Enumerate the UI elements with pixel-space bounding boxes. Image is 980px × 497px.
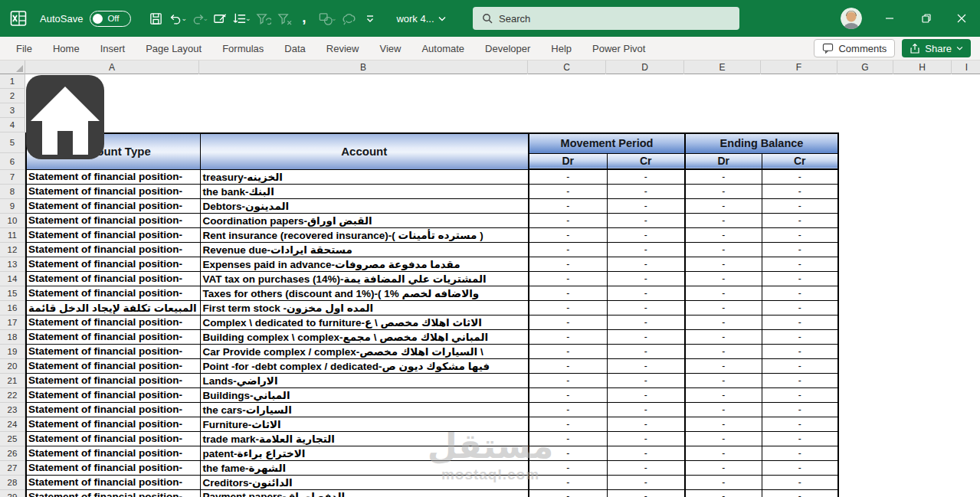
ink-lasso-icon[interactable] [339,8,359,28]
value-cell[interactable]: - [762,373,838,387]
email-attachment-icon[interactable] [210,8,230,28]
minimize-button[interactable] [871,0,908,37]
row-header-20[interactable]: 20 [0,359,25,374]
tab-page-layout[interactable]: Page Layout [146,43,202,54]
row-header-25[interactable]: 25 [0,432,25,446]
column-header-E[interactable]: E [684,60,761,74]
value-cell[interactable]: - [762,460,838,475]
account-type-cell[interactable]: Statement of financial position- [26,402,200,417]
account-type-cell[interactable]: Statement of financial position- [26,242,200,257]
account-type-cell[interactable]: Statement of financial position- [26,169,200,184]
tab-view[interactable]: View [379,43,401,54]
tab-developer[interactable]: Developer [485,43,530,54]
tab-home[interactable]: Home [53,43,80,54]
row-header-12[interactable]: 12 [0,243,25,257]
select-all-corner[interactable] [0,60,25,74]
value-cell[interactable]: - [607,329,685,344]
column-header-G[interactable]: G [837,60,893,74]
value-cell[interactable]: - [607,257,685,271]
shapes-icon[interactable]: ⌄ [317,8,337,28]
account-cell[interactable]: Payment papers-الدفع اوراق [200,489,529,497]
tab-power-pivot[interactable]: Power Pivot [592,43,645,54]
value-cell[interactable]: - [762,227,838,242]
value-cell[interactable]: - [607,286,685,300]
row-header-26[interactable]: 26 [0,446,25,461]
value-cell[interactable]: - [529,417,607,431]
value-cell[interactable]: - [685,358,762,373]
value-cell[interactable]: - [685,402,762,417]
value-cell[interactable]: - [607,402,685,417]
header-movement-period[interactable]: Movement Period [529,133,685,153]
row-header-14[interactable]: 14 [0,272,25,286]
close-button[interactable] [943,0,980,37]
value-cell[interactable]: - [762,475,838,489]
column-header-F[interactable]: F [761,60,837,74]
account-cell[interactable]: First term stock -المده اول مخزون [200,300,529,315]
value-cell[interactable]: - [685,257,762,271]
row-header-11[interactable]: 11 [0,228,25,243]
row-header-15[interactable]: 15 [0,286,25,301]
value-cell[interactable]: - [762,344,838,358]
value-cell[interactable]: - [762,300,838,315]
row-header-2[interactable]: 2 [0,89,25,103]
account-type-cell[interactable]: Statement of financial position- [26,315,200,329]
value-cell[interactable]: - [607,475,685,489]
value-cell[interactable]: - [685,198,762,213]
value-cell[interactable]: - [762,184,838,198]
value-cell[interactable]: - [607,431,685,446]
value-cell[interactable]: - [685,169,762,184]
share-button[interactable]: Share [902,39,971,57]
comments-button[interactable]: Comments [814,39,895,57]
row-header-29[interactable]: 29 [0,490,25,497]
sort-rows-icon[interactable]: ⌄ [231,8,251,28]
value-cell[interactable]: - [685,271,762,286]
row-header-18[interactable]: 18 [0,330,25,345]
value-cell[interactable]: - [685,329,762,344]
account-type-cell[interactable]: Statement of financial position- [26,460,200,475]
account-cell[interactable]: Coordination papers-القبض اوراق [200,213,529,227]
value-cell[interactable]: - [685,417,762,431]
value-cell[interactable]: - [529,271,607,286]
account-cell[interactable]: Car Provide complex / complex-السيارات ا… [200,344,529,358]
account-type-cell[interactable]: Statement of financial position- [26,344,200,358]
value-cell[interactable]: - [762,271,838,286]
value-cell[interactable]: - [607,184,685,198]
comma-style-icon[interactable]: , [296,8,316,28]
account-cell[interactable]: Revenue due-مستحقة ايرادات [200,242,529,257]
row-header-3[interactable]: 3 [0,103,25,118]
value-cell[interactable]: - [685,300,762,315]
tab-file[interactable]: File [16,43,32,54]
row-header-9[interactable]: 9 [0,199,25,214]
header-dr-ending[interactable]: Dr [685,153,762,169]
value-cell[interactable]: - [685,460,762,475]
row-header-1[interactable]: 1 [0,74,25,89]
account-cell[interactable]: trade mark-التجارية العلامة [200,431,529,446]
value-cell[interactable]: - [607,344,685,358]
workbook-title[interactable]: work 4... [396,13,445,25]
account-cell[interactable]: treasury-الخزينه [200,169,529,184]
account-cell[interactable]: Building complex \ complex-المباني اهلاك… [200,329,529,344]
account-type-cell[interactable]: Statement of financial position- [26,387,200,402]
excel-app-icon[interactable] [10,10,27,27]
header-ending-balance[interactable]: Ending Balance [685,133,838,153]
account-type-cell[interactable]: Statement of financial position- [26,286,200,300]
value-cell[interactable]: - [529,198,607,213]
undo-icon[interactable]: ⌄ [167,8,187,28]
account-cell[interactable]: Taxes for others (discount and 1%)-( وال… [200,286,529,300]
value-cell[interactable]: - [607,271,685,286]
row-header-24[interactable]: 24 [0,417,25,432]
account-type-cell[interactable]: Statement of financial position- [26,329,200,344]
value-cell[interactable]: - [529,213,607,227]
tab-review[interactable]: Review [326,43,359,54]
column-header-B[interactable]: B [199,60,528,74]
value-cell[interactable]: - [762,198,838,213]
value-cell[interactable]: - [607,227,685,242]
account-type-cell[interactable]: Statement of financial position- [26,431,200,446]
row-header-5[interactable]: 5 [0,132,25,153]
account-cell[interactable]: Expenses paid in advance-مقدما مدفوعة مص… [200,257,529,271]
row-header-21[interactable]: 21 [0,374,25,388]
value-cell[interactable]: - [529,227,607,242]
row-header-7[interactable]: 7 [0,170,25,185]
account-cell[interactable]: Lands-الاراضي [200,373,529,387]
value-cell[interactable]: - [529,257,607,271]
